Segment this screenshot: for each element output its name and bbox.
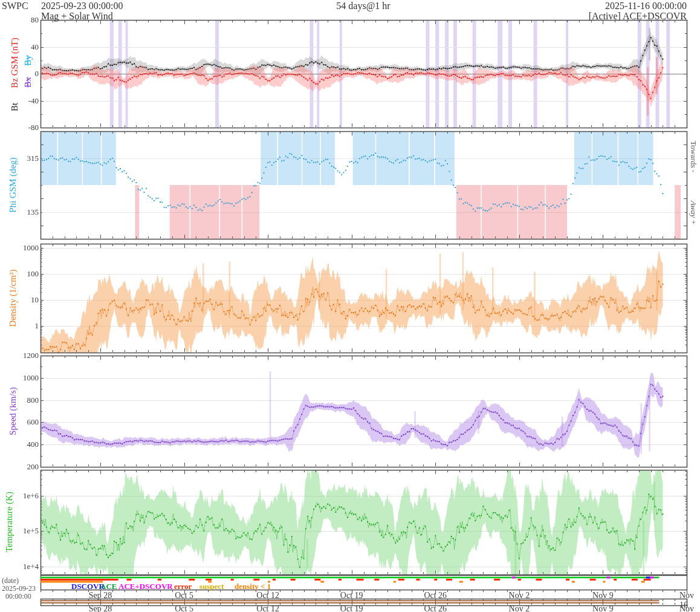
x-date-label: Oct 26 <box>424 591 447 601</box>
y-tick-label: 800 <box>2 396 39 405</box>
y-tick-label: 400 <box>2 440 39 449</box>
x-date-label: Oct 19 <box>340 591 363 601</box>
x-date-label: Oct 5 <box>175 591 193 601</box>
axis-title-speed: Speed (km/s) <box>8 387 18 435</box>
y-tick-label: 200 <box>2 462 39 472</box>
y-tick-label: 80 <box>2 15 39 25</box>
y-tick-label: 135 <box>2 207 39 217</box>
source-status: [Active] ACE+DSCOVR <box>589 11 687 22</box>
x-date-label: Nov 9 <box>592 604 614 612</box>
y-tick-label: 1e+6 <box>2 491 39 501</box>
x-date-label: Oct 19 <box>340 604 363 612</box>
legend-source-ace-dscovr[interactable]: ACE+DSCOVR <box>118 582 173 591</box>
x-date-label: Oct 26 <box>424 604 447 612</box>
plot-subtitle: Mag + Solar Wind <box>41 11 113 22</box>
x-date-label: Oct 12 <box>256 604 279 612</box>
x-date-label: Sep 28 <box>89 591 112 601</box>
charts-canvas <box>0 0 700 612</box>
y-tick-label: 100 <box>2 269 39 279</box>
end-datetime: 2025-11-16 00:00:00 <box>605 1 687 11</box>
y-tick-label: -40 <box>2 96 39 106</box>
sector-label-away: Away + <box>689 201 698 225</box>
legend-flag-error: error <box>174 582 192 591</box>
x-date-label: Nov 2 <box>509 604 530 612</box>
y-tick-label: 10 <box>2 295 39 305</box>
legend-source-dscovr[interactable]: DSCOVR <box>71 582 105 591</box>
sector-label-towards: Towards - <box>689 141 698 172</box>
swpc-solar-wind-plot: { "header": { "brand": "SWPC", "start_da… <box>0 0 700 612</box>
y-tick-label: 1e+5 <box>2 526 39 536</box>
y-tick-label: -80 <box>2 123 39 132</box>
start-datetime: 2025-09-23 00:00:00 <box>41 1 123 11</box>
legend-source-ace[interactable]: ACE <box>100 582 117 591</box>
x-date-label: Nov 2 <box>509 591 530 601</box>
brand-logo: SWPC <box>2 1 28 11</box>
y-tick-label: 315 <box>2 154 39 163</box>
cadence-label: 54 days@1 hr <box>336 1 390 11</box>
axis-toggle-by[interactable]: By <box>23 55 33 66</box>
x-date-label: Sep 28 <box>89 604 112 612</box>
x-date-label: Nov 9 <box>592 591 614 601</box>
y-tick-label: 0 <box>2 69 39 79</box>
legend-flag-suspect: suspect <box>199 582 224 591</box>
y-tick-label: 1 <box>2 321 39 331</box>
legend-flag-low-density: density < 1 <box>235 582 271 591</box>
x-date-label: Oct 12 <box>256 591 279 601</box>
y-tick-label: 1e+4 <box>2 562 39 571</box>
axis-start-time: 00:00:00 <box>5 592 31 601</box>
y-tick-label: 1000 <box>2 373 39 383</box>
axis-title-temperature: Temperature (K) <box>4 492 15 552</box>
y-tick-label: 1000 <box>2 243 39 253</box>
y-tick-label: 40 <box>2 42 39 52</box>
y-tick-label: 600 <box>2 417 39 427</box>
axis-title-phi: Phi GSM (deg) <box>8 157 18 213</box>
x-date-label: Oct 5 <box>175 604 193 612</box>
x-date-label: Nov 16 <box>679 604 694 612</box>
y-tick-label: 1200 <box>2 351 39 360</box>
